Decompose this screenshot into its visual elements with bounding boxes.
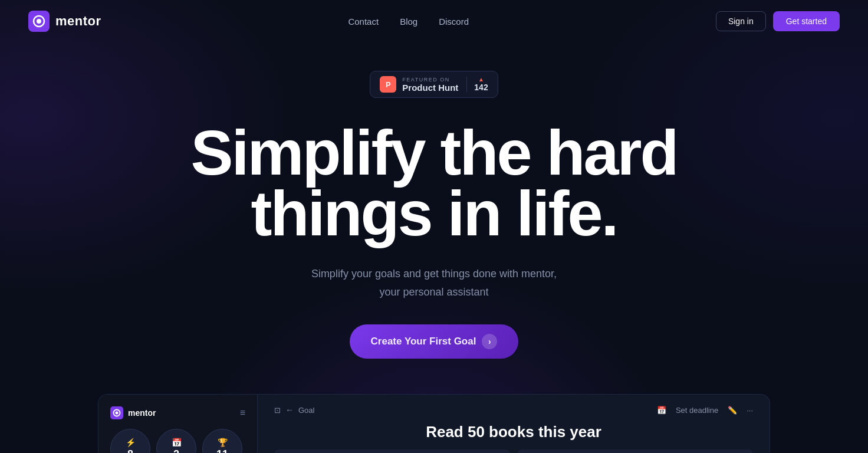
ph-upvote-icon: ▲ xyxy=(478,77,484,83)
stat-chip-1: 📅 2 xyxy=(156,429,196,453)
app-preview: mentor ≡ ⚡ 8 📅 2 🏆 11 xyxy=(98,394,770,453)
hero-headline: Simplify the hard things in life. xyxy=(28,123,840,244)
subtext-line1: Simplify your goals and get things done … xyxy=(311,268,557,280)
breadcrumb-label: Goal xyxy=(298,406,314,415)
stat-icon-1: 📅 xyxy=(172,438,182,447)
stat-chip-0: ⚡ 8 xyxy=(110,429,150,453)
content-row-1 xyxy=(274,449,510,453)
ph-vote-count: 142 xyxy=(474,83,488,92)
stat-num-1: 2 xyxy=(173,448,179,453)
hero-section: P FEATURED ON Product Hunt ▲ 142 Simplif… xyxy=(0,42,868,453)
get-started-button[interactable]: Get started xyxy=(773,11,840,31)
stat-chips: ⚡ 8 📅 2 🏆 11 xyxy=(110,429,245,453)
calendar-icon: 📅 xyxy=(657,406,666,415)
deadline-label: Set deadline xyxy=(676,406,718,415)
nav-actions: Sign in Get started xyxy=(716,11,840,31)
stat-num-0: 8 xyxy=(127,448,133,453)
app-logo-label: mentor xyxy=(128,408,156,418)
app-topbar: ⊡ ← Goal 📅 Set deadline ✏️ ··· xyxy=(274,405,753,415)
cta-arrow-icon: › xyxy=(482,334,497,349)
stat-num-2: 11 xyxy=(216,448,228,453)
hero-subtext: Simplify your goals and get things done … xyxy=(28,265,840,301)
logo-icon xyxy=(28,11,50,32)
app-breadcrumb: ⊡ ← Goal xyxy=(274,405,314,415)
app-sidebar: mentor ≡ ⚡ 8 📅 2 🏆 11 xyxy=(98,395,258,453)
content-rows xyxy=(274,449,753,453)
layout-icon: ⊡ xyxy=(274,406,281,415)
nav-blog[interactable]: Blog xyxy=(400,17,417,27)
ph-info: FEATURED ON Product Hunt xyxy=(402,77,458,93)
stat-icon-2: 🏆 xyxy=(218,438,228,447)
ph-featured-label: FEATURED ON xyxy=(402,77,458,83)
navbar: mentor Contact Blog Discord Sign in Get … xyxy=(0,0,868,42)
nav-discord[interactable]: Discord xyxy=(439,17,469,27)
subtext-line2: your personal assistant xyxy=(379,286,488,298)
hamburger-icon[interactable]: ≡ xyxy=(240,408,245,418)
content-row-2 xyxy=(517,449,753,453)
more-icon[interactable]: ··· xyxy=(747,406,753,415)
svg-point-2 xyxy=(37,19,41,24)
edit-icon[interactable]: ✏️ xyxy=(728,406,737,415)
svg-point-5 xyxy=(116,412,119,415)
stat-icon-0: ⚡ xyxy=(126,438,136,447)
topbar-actions: 📅 Set deadline ✏️ ··· xyxy=(657,406,753,415)
logo[interactable]: mentor xyxy=(28,11,101,32)
app-main: ⊡ ← Goal 📅 Set deadline ✏️ ··· Read 50 b… xyxy=(258,395,770,453)
ph-votes: ▲ 142 xyxy=(466,77,488,92)
goal-title: Read 50 books this year xyxy=(274,423,753,441)
stat-chip-2: 🏆 11 xyxy=(202,429,242,453)
logo-label: mentor xyxy=(55,14,101,29)
app-logo: mentor xyxy=(110,406,156,419)
create-goal-button[interactable]: Create Your First Goal › xyxy=(350,324,519,359)
nav-contact[interactable]: Contact xyxy=(348,17,379,27)
sidebar-header: mentor ≡ xyxy=(110,406,245,419)
signin-button[interactable]: Sign in xyxy=(716,11,766,31)
ph-logo-icon: P xyxy=(380,76,396,93)
product-hunt-badge[interactable]: P FEATURED ON Product Hunt ▲ 142 xyxy=(370,71,498,98)
headline-line2: things in life. xyxy=(28,183,840,244)
breadcrumb-arrow-icon: ← xyxy=(285,405,294,415)
ph-name: Product Hunt xyxy=(402,83,458,93)
nav-links: Contact Blog Discord xyxy=(348,17,469,27)
cta-label: Create Your First Goal xyxy=(371,336,476,347)
app-logo-icon xyxy=(110,406,123,419)
